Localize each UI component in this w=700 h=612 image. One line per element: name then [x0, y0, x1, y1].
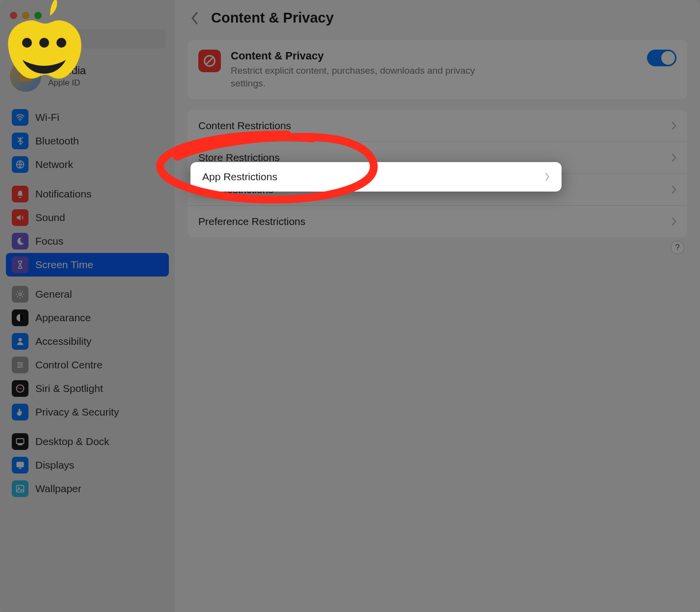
help-label: ?	[675, 243, 679, 252]
sidebar-item-control-centre[interactable]: Control Centre	[6, 353, 169, 377]
sidebar-group-alerts: NotificationsSoundFocusScreen Time	[0, 179, 175, 279]
row-label: Content Restrictions	[198, 120, 291, 132]
hourglass-icon	[12, 256, 28, 273]
sidebar-item-label: Desktop & Dock	[35, 436, 109, 447]
chevron-right-icon	[672, 217, 676, 226]
row-label: Store Restrictions	[198, 152, 280, 164]
sidebar-item-label: Displays	[35, 459, 74, 471]
account-row[interactable]: s Media Apple ID	[0, 57, 175, 103]
search-icon	[15, 34, 24, 43]
dock-icon	[12, 433, 28, 450]
moon-icon	[12, 233, 28, 250]
svg-rect-14	[18, 444, 23, 445]
sidebar-item-label: Network	[35, 159, 73, 170]
sidebar-item-label: Accessibility	[35, 335, 91, 347]
wifi-icon	[12, 109, 28, 126]
sidebar: Search s Media Apple ID Wi-FiBluetoothNe…	[0, 0, 175, 612]
sidebar-item-notifications[interactable]: Notifications	[6, 182, 169, 206]
chevron-right-icon	[672, 121, 676, 130]
bluetooth-icon	[12, 133, 28, 149]
back-button[interactable]	[188, 11, 202, 26]
svg-point-6	[19, 293, 22, 296]
sidebar-item-bluetooth[interactable]: Bluetooth	[6, 129, 169, 153]
row-preference-restrictions[interactable]: Preference Restrictions	[188, 205, 687, 237]
globe-icon	[12, 156, 28, 173]
appearance-icon	[12, 309, 28, 326]
fullscreen-window-button[interactable]	[34, 12, 42, 19]
minimize-window-button[interactable]	[22, 12, 29, 19]
sidebar-item-privacy-security[interactable]: Privacy & Security	[6, 400, 169, 424]
restrict-icon	[198, 50, 221, 72]
display-icon	[12, 457, 28, 473]
intro-card: Content & Privacy Restrict explicit cont…	[188, 40, 687, 99]
sidebar-item-label: Bluetooth	[35, 135, 79, 147]
wallpaper-icon	[12, 480, 28, 497]
search-placeholder: Search	[27, 34, 55, 44]
sidebar-item-label: Wallpaper	[35, 483, 81, 495]
account-sub: Apple ID	[48, 78, 86, 88]
chevron-right-icon	[672, 153, 676, 162]
header: Content & Privacy	[188, 10, 687, 26]
window-controls	[0, 6, 175, 26]
sidebar-item-wallpaper[interactable]: Wallpaper	[6, 477, 169, 501]
svg-point-0	[16, 35, 21, 41]
sidebar-group-network: Wi-FiBluetoothNetwork	[0, 103, 175, 179]
main-panel: Content & Privacy Content & Privacy Rest…	[175, 0, 700, 612]
account-name: s Media	[48, 64, 86, 77]
svg-rect-15	[17, 462, 24, 467]
avatar	[10, 60, 41, 92]
sidebar-item-label: Control Centre	[35, 359, 103, 371]
sidebar-item-label: Focus	[35, 235, 63, 247]
sidebar-item-appearance[interactable]: Appearance	[6, 306, 169, 330]
sliders-icon	[12, 357, 28, 373]
svg-rect-17	[17, 485, 24, 492]
sidebar-item-displays[interactable]: Displays	[6, 453, 169, 477]
speaker-icon	[12, 209, 28, 226]
sidebar-item-label: Sound	[35, 212, 65, 223]
sidebar-item-label: Siri & Spotlight	[35, 383, 103, 394]
sidebar-group-system: GeneralAppearanceAccessibilityControl Ce…	[0, 279, 175, 427]
svg-line-1	[20, 40, 22, 42]
sidebar-item-label: Appearance	[35, 312, 91, 324]
sidebar-item-label: Notifications	[35, 188, 91, 200]
row-store-restrictions[interactable]: Store Restrictions	[188, 141, 687, 173]
row-app-restrictions[interactable]: App Restrictions	[188, 173, 687, 205]
sidebar-item-sound[interactable]: Sound	[6, 206, 169, 229]
sidebar-item-label: General	[35, 288, 72, 300]
svg-rect-16	[19, 468, 22, 469]
svg-point-10	[21, 364, 22, 365]
close-window-button[interactable]	[10, 12, 17, 19]
chevron-right-icon	[672, 185, 676, 194]
sidebar-item-wi-fi[interactable]: Wi-Fi	[6, 106, 169, 129]
search-input[interactable]: Search	[9, 29, 166, 49]
svg-rect-3	[19, 71, 32, 74]
sidebar-item-focus[interactable]: Focus	[6, 229, 169, 253]
bell-icon	[12, 186, 28, 202]
siri-icon	[12, 380, 28, 397]
sidebar-item-siri-spotlight[interactable]: Siri & Spotlight	[6, 377, 169, 400]
svg-point-9	[18, 362, 20, 363]
sidebar-item-label: Wi-Fi	[35, 111, 59, 123]
help-button[interactable]: ?	[671, 241, 684, 254]
chevron-left-icon	[191, 12, 199, 25]
svg-rect-13	[17, 439, 24, 444]
intro-desc: Restrict explicit content, purchases, do…	[231, 64, 506, 89]
sidebar-item-label: Screen Time	[35, 259, 93, 271]
row-content-restrictions[interactable]: Content Restrictions	[188, 110, 687, 141]
sidebar-item-label: Privacy & Security	[35, 406, 119, 418]
svg-point-11	[18, 366, 19, 368]
page-title: Content & Privacy	[211, 10, 334, 26]
svg-point-4	[20, 120, 21, 121]
person-icon	[12, 333, 28, 350]
svg-line-20	[206, 57, 213, 64]
svg-point-8	[19, 338, 22, 341]
row-label: Preference Restrictions	[198, 216, 305, 227]
sidebar-item-general[interactable]: General	[6, 282, 169, 306]
sidebar-item-network[interactable]: Network	[6, 153, 169, 176]
gear-icon	[12, 286, 28, 303]
row-label: App Restrictions	[198, 184, 273, 195]
sidebar-item-screen-time[interactable]: Screen Time	[6, 253, 169, 277]
sidebar-item-accessibility[interactable]: Accessibility	[6, 330, 169, 353]
content-privacy-toggle[interactable]	[647, 50, 676, 66]
sidebar-item-desktop-dock[interactable]: Desktop & Dock	[6, 430, 169, 453]
